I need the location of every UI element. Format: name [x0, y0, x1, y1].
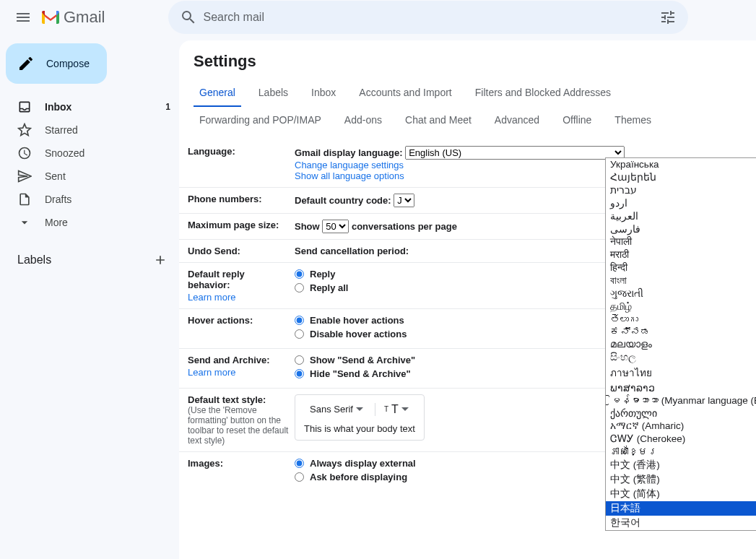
- font-size-dropdown[interactable]: TT: [375, 403, 409, 416]
- display-lang-label: Gmail display language:: [295, 147, 403, 158]
- inbox-icon: [17, 100, 32, 114]
- add-label-icon[interactable]: [153, 253, 168, 267]
- page-size-label: Maximum page size:: [188, 220, 295, 233]
- img-opt1: Always display external: [310, 458, 416, 469]
- tab-labels[interactable]: Labels: [253, 79, 294, 107]
- show-send-archive-radio[interactable]: [295, 355, 304, 365]
- sidebar-item-snoozed[interactable]: Snoozed: [0, 142, 179, 165]
- language-option[interactable]: தமிழ்: [606, 300, 756, 313]
- language-option[interactable]: සිංහල: [606, 351, 756, 364]
- tab-offline[interactable]: Offline: [557, 107, 597, 134]
- language-select[interactable]: English (US): [405, 146, 625, 160]
- language-option[interactable]: ქართული: [606, 407, 756, 420]
- hover-opt1: Enable hover actions: [310, 315, 404, 326]
- always-display-radio[interactable]: [295, 459, 304, 468]
- language-option[interactable]: ಕನ್ನಡ: [606, 326, 756, 338]
- language-option[interactable]: ភាសាខ្មែរ: [606, 446, 756, 458]
- app-name: Gmail: [64, 8, 105, 27]
- language-option[interactable]: العربية: [606, 209, 756, 222]
- sidebar-item-label: More: [45, 217, 170, 228]
- sidebar-item-drafts[interactable]: Drafts: [0, 188, 179, 211]
- font-dropdown[interactable]: Sans Serif: [304, 401, 369, 417]
- gmail-logo[interactable]: Gmail: [40, 8, 105, 27]
- language-option[interactable]: မြန်မာဘာသာ (Myanmar language (Burmese)): [606, 394, 756, 407]
- sidebar-item-label: Snoozed: [45, 147, 170, 159]
- search-options-icon[interactable]: [653, 3, 682, 32]
- hover-disable-radio[interactable]: [295, 329, 304, 339]
- tab-themes[interactable]: Themes: [609, 107, 657, 134]
- page-title: Settings: [179, 52, 756, 79]
- sidebar-item-label: Sent: [45, 170, 170, 182]
- reply-all-radio[interactable]: [295, 283, 304, 292]
- language-option[interactable]: 中文 (简体): [606, 487, 756, 501]
- language-option[interactable]: 한국어: [606, 516, 756, 530]
- language-option[interactable]: עברית: [606, 183, 756, 196]
- file-icon: [17, 192, 32, 207]
- language-option[interactable]: Українська: [606, 158, 756, 170]
- language-option[interactable]: فارسی: [606, 222, 756, 235]
- tab-filters[interactable]: Filters and Blocked Addresses: [469, 79, 617, 107]
- main-menu-icon[interactable]: [6, 0, 40, 35]
- images-label: Images:: [188, 458, 295, 485]
- tab-general[interactable]: General: [194, 79, 241, 107]
- language-option[interactable]: ພາສາລາວ: [606, 381, 756, 394]
- tab-addons[interactable]: Add-ons: [339, 107, 388, 134]
- sidebar-item-inbox[interactable]: Inbox 1: [0, 95, 179, 118]
- text-style-sample: This is what your body text: [304, 423, 415, 434]
- language-option[interactable]: 中文 (繁體): [606, 472, 756, 487]
- text-style-sub: (Use the 'Remove formatting' button on t…: [188, 405, 289, 446]
- language-option[interactable]: اردو: [606, 196, 756, 209]
- language-option[interactable]: नेपाली: [606, 235, 756, 248]
- tab-forwarding[interactable]: Forwarding and POP/IMAP: [194, 107, 327, 134]
- send-archive-label: Send and Archive:: [188, 355, 270, 365]
- tab-chat[interactable]: Chat and Meet: [399, 107, 477, 134]
- hover-enable-radio[interactable]: [295, 316, 304, 325]
- language-dropdown-list[interactable]: УкраїнськаՀայերենעבריתاردوالعربيةفارسیने…: [605, 157, 756, 531]
- language-option[interactable]: ᏣᎳᎩ (Cherokee): [606, 433, 756, 446]
- star-icon: [17, 123, 32, 137]
- sidebar-item-more[interactable]: More: [0, 211, 179, 234]
- text-style-box: Sans Serif TT This is what your body tex…: [295, 394, 425, 441]
- reply-learn-more[interactable]: Learn more: [188, 292, 289, 303]
- hide-send-archive-radio[interactable]: [295, 369, 304, 378]
- language-option[interactable]: አማርኛ (Amharic): [606, 420, 756, 433]
- show-all-lang-link[interactable]: Show all language options: [295, 170, 404, 181]
- sidebar-item-label: Starred: [45, 124, 170, 136]
- country-code-select[interactable]: J: [394, 194, 414, 207]
- search-input[interactable]: [203, 11, 653, 24]
- language-option[interactable]: ગુજરાતી: [606, 287, 756, 300]
- clock-icon: [17, 146, 32, 160]
- search-bar: [168, 1, 688, 34]
- search-icon[interactable]: [174, 3, 203, 32]
- chevron-down-icon: [17, 215, 32, 230]
- sidebar-item-starred[interactable]: Starred: [0, 118, 179, 142]
- tab-accounts[interactable]: Accounts and Import: [353, 79, 457, 107]
- language-label: Language:: [188, 146, 295, 181]
- conv-text: conversations per page: [352, 221, 457, 232]
- language-option[interactable]: 中文 (香港): [606, 458, 756, 472]
- language-option[interactable]: Հայերեն: [606, 170, 756, 183]
- sidebar-item-sent[interactable]: Sent: [0, 165, 179, 188]
- reply-opt2: Reply all: [310, 282, 348, 293]
- language-option[interactable]: 日本語: [606, 501, 756, 516]
- language-option[interactable]: తెలుగు: [606, 313, 756, 326]
- language-option[interactable]: മലയാളം: [606, 338, 756, 351]
- change-lang-link[interactable]: Change language settings: [295, 160, 404, 170]
- language-option[interactable]: हिन्दी: [606, 261, 756, 274]
- tab-advanced[interactable]: Advanced: [489, 107, 545, 134]
- labels-title: Labels: [17, 254, 51, 266]
- reply-radio[interactable]: [295, 269, 304, 279]
- phone-label: Phone numbers:: [188, 194, 295, 207]
- tab-inbox[interactable]: Inbox: [305, 79, 342, 107]
- send-archive-learn[interactable]: Learn more: [188, 367, 289, 378]
- ask-before-radio[interactable]: [295, 472, 304, 482]
- labels-section-header: Labels: [0, 246, 179, 274]
- language-option[interactable]: ภาษาไทย: [606, 364, 756, 381]
- img-opt2: Ask before displaying: [310, 472, 407, 482]
- language-option[interactable]: বাংলা: [606, 274, 756, 287]
- country-code-label: Default country code:: [295, 195, 391, 206]
- language-option[interactable]: मराठी: [606, 248, 756, 261]
- sidebar-item-label: Inbox: [45, 101, 165, 113]
- page-size-select[interactable]: 50: [322, 220, 349, 233]
- compose-button[interactable]: Compose: [6, 43, 107, 84]
